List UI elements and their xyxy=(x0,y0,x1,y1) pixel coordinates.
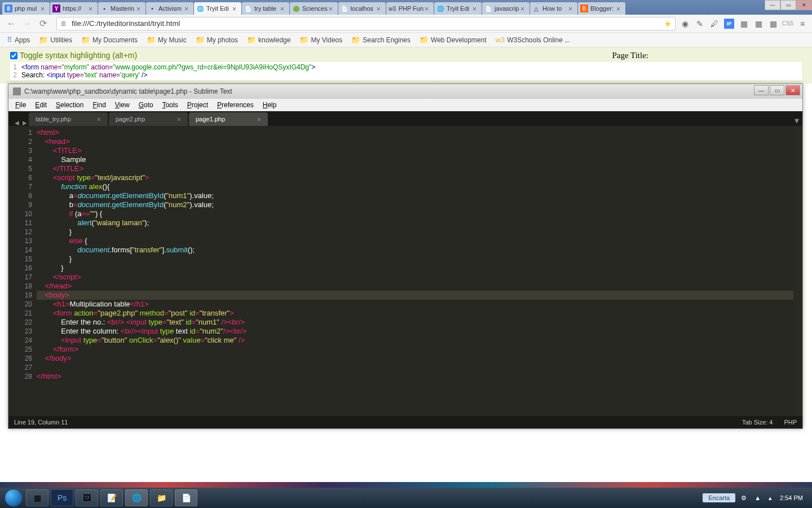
tab-close-icon[interactable]: × xyxy=(425,5,431,12)
taskbar-explorer[interactable]: 📁 xyxy=(150,489,173,506)
chrome-tab[interactable]: •Activism× xyxy=(146,2,193,15)
bookmark-item[interactable]: 📁My Music xyxy=(144,34,189,45)
chrome-tab[interactable]: △How to× xyxy=(530,2,577,15)
ext-icon[interactable]: ▦ xyxy=(753,19,764,29)
code-line[interactable]: document.forms["transfer"].submit(); xyxy=(37,246,793,255)
taskbar-app[interactable]: 📝 xyxy=(100,489,123,506)
bookmark-item[interactable]: 📁My Documents xyxy=(79,34,140,45)
code-line[interactable]: <script type="text/javascript"> xyxy=(37,173,793,182)
maximize-button[interactable]: ▭ xyxy=(780,0,796,10)
clock[interactable]: 2:54 PM xyxy=(778,493,805,502)
ext-icon[interactable]: ◉ xyxy=(680,19,690,29)
code-line[interactable]: </body> xyxy=(37,354,793,363)
status-tab-size[interactable]: Tab Size: 4 xyxy=(742,419,773,426)
bookmark-star-icon[interactable]: ★ xyxy=(664,19,672,28)
code-line[interactable]: function alex(){ xyxy=(37,182,793,191)
ext-icon[interactable]: IP xyxy=(724,19,734,29)
chrome-tab[interactable]: Yhttps://× xyxy=(50,2,98,15)
tab-nav-left[interactable]: ◀ xyxy=(13,120,21,126)
code-line[interactable]: b=document.getElementById("num2").value; xyxy=(37,200,793,209)
tab-close-icon[interactable]: × xyxy=(96,115,101,124)
bookmark-item[interactable]: 📁My photos xyxy=(193,34,240,45)
menu-item-help[interactable]: Help xyxy=(258,100,281,110)
tab-close-icon[interactable]: × xyxy=(89,5,95,12)
bookmark-item[interactable]: 📁knowledge xyxy=(245,34,293,45)
code-line[interactable]: <h1>Multiplication table</h1> xyxy=(37,300,793,309)
code-line[interactable]: else { xyxy=(37,237,793,246)
code-line[interactable]: </script> xyxy=(37,273,793,282)
code-line[interactable]: </html> xyxy=(37,372,793,381)
code-line[interactable]: </TITLE> xyxy=(37,164,793,173)
tab-close-icon[interactable]: × xyxy=(176,115,181,124)
chrome-tab[interactable]: w3PHP Fun× xyxy=(386,2,434,15)
taskbar-app[interactable]: Ps xyxy=(51,489,73,506)
chrome-tab[interactable]: 📄javascrip× xyxy=(482,2,529,15)
code-line[interactable]: Enter the column: <br/><input type text … xyxy=(37,327,793,336)
bookmark-item[interactable]: ⠿Apps xyxy=(5,34,32,45)
code-line[interactable]: } xyxy=(37,264,793,273)
tab-close-icon[interactable]: × xyxy=(136,5,143,12)
sublime-maximize[interactable]: ▭ xyxy=(770,85,784,95)
chrome-tab[interactable]: 🌐Tryit Edi× xyxy=(434,2,482,15)
code-line[interactable]: if (a=="") { xyxy=(37,209,793,218)
code-line[interactable] xyxy=(37,363,793,372)
start-button[interactable] xyxy=(2,488,25,508)
code-line[interactable]: </head> xyxy=(37,282,793,291)
code-line[interactable]: <input type="button" onClick="alex()" va… xyxy=(37,336,793,345)
code-line[interactable]: Sample xyxy=(37,155,793,164)
code-editor-area[interactable]: <html> <head> <TITLE> Sample </TITLE> <s… xyxy=(37,126,793,416)
tab-close-icon[interactable]: × xyxy=(41,5,47,12)
minimize-button[interactable]: — xyxy=(765,0,780,10)
menu-item-project[interactable]: Project xyxy=(183,100,213,110)
ext-icon[interactable]: ▦ xyxy=(739,19,749,29)
bookmark-item[interactable]: 📁Search Engines xyxy=(349,34,413,45)
menu-icon[interactable]: ≡ xyxy=(797,19,807,29)
tab-close-icon[interactable]: × xyxy=(616,5,623,12)
tab-close-icon[interactable]: × xyxy=(377,5,383,12)
tray-expand-icon[interactable]: ▴ xyxy=(766,493,774,503)
tab-close-icon[interactable]: × xyxy=(473,5,479,12)
tryit-code-area[interactable]: 1<form name="myform" action="www.google.… xyxy=(10,62,802,80)
chrome-tab[interactable]: 📄localhos× xyxy=(338,2,386,15)
ext-icon[interactable]: ▦ xyxy=(768,19,778,29)
code-line[interactable]: alert("walang laman"); xyxy=(37,218,793,227)
code-line[interactable]: Enter the no.: <br/> <input type="text" … xyxy=(37,318,793,327)
code-line[interactable]: <TITLE> xyxy=(37,146,793,155)
menu-item-file[interactable]: File xyxy=(11,100,30,110)
tab-close-icon[interactable]: × xyxy=(257,115,261,124)
menu-item-preferences[interactable]: Preferences xyxy=(213,100,258,110)
tab-close-icon[interactable]: × xyxy=(184,5,191,12)
chrome-tab[interactable]: 📄try table× xyxy=(242,2,289,15)
sublime-tab[interactable]: table_try.php× xyxy=(29,112,108,126)
chrome-tab[interactable]: ▪Masterin× xyxy=(98,2,145,15)
bookmark-item[interactable]: 📁My Videos xyxy=(297,34,345,45)
tab-close-icon[interactable]: × xyxy=(568,5,575,12)
status-language[interactable]: PHP xyxy=(784,419,797,426)
ext-icon[interactable]: 🖊 xyxy=(709,19,720,29)
sublime-tab[interactable]: page2.php× xyxy=(109,112,188,126)
bookmark-item[interactable]: 📁Web Development xyxy=(417,34,489,45)
reload-button[interactable]: ⟳ xyxy=(36,17,50,30)
tab-nav-right[interactable]: ▶ xyxy=(21,120,29,126)
sublime-minimize[interactable]: — xyxy=(754,85,769,95)
chrome-tab[interactable]: 8php mul× xyxy=(2,2,50,15)
address-bar[interactable]: 🗎 file:///C:/tryiteditorinstant/tryit.ht… xyxy=(56,17,676,30)
taskbar-sublime[interactable]: 📄 xyxy=(175,489,197,506)
menu-item-goto[interactable]: Goto xyxy=(134,100,158,110)
chrome-tab[interactable]: BBlogger:× xyxy=(578,2,625,15)
code-line[interactable]: } xyxy=(37,227,793,237)
menu-item-edit[interactable]: Edit xyxy=(30,100,51,110)
menu-item-view[interactable]: View xyxy=(111,100,134,110)
code-line[interactable]: a=document.getElementById("num1").value; xyxy=(37,191,793,200)
code-line[interactable]: <head> xyxy=(37,137,793,146)
menu-item-find[interactable]: Find xyxy=(88,100,110,110)
ext-icon[interactable]: CSS xyxy=(783,19,793,29)
code-line[interactable]: </form> xyxy=(37,345,793,354)
back-button[interactable]: ← xyxy=(5,17,18,30)
tray-icon[interactable]: ▲ xyxy=(752,493,763,502)
chrome-tab[interactable]: 🌐Tryit Edi× xyxy=(194,2,241,15)
sublime-close[interactable]: ✕ xyxy=(785,85,800,95)
bookmark-item[interactable]: w3W3Schools Online ... xyxy=(493,34,573,45)
code-line[interactable]: <body> xyxy=(37,291,793,300)
tab-close-icon[interactable]: × xyxy=(520,5,527,12)
